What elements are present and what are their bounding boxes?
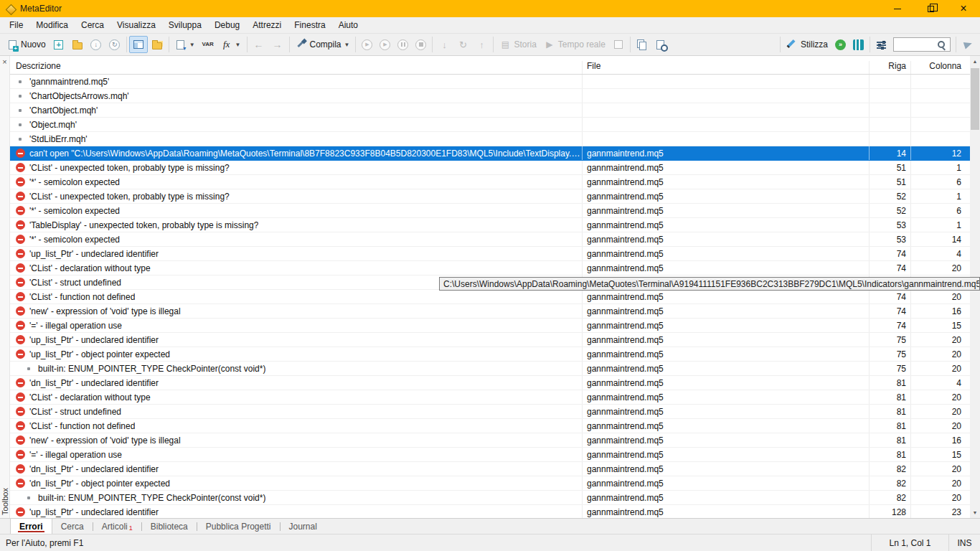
column-header-riga[interactable]: Riga bbox=[870, 61, 911, 74]
table-row[interactable]: built-in: ENUM_POINTER_TYPE CheckPointer… bbox=[10, 362, 970, 376]
restore-button[interactable] bbox=[914, 0, 947, 17]
insert-snippet-button[interactable]: ▼ bbox=[171, 36, 199, 53]
table-row[interactable]: 'new' - expression of 'void' type is ill… bbox=[10, 304, 970, 319]
history-button[interactable]: ▤ Storia bbox=[496, 36, 540, 53]
menu-attrezzi[interactable]: Attrezzi bbox=[246, 18, 288, 32]
save-button[interactable]: ↓ bbox=[87, 36, 105, 53]
step-over-button[interactable]: ↻ bbox=[453, 36, 472, 53]
table-row[interactable]: 'up_list_Ptr' - object pointer expected … bbox=[10, 347, 970, 362]
menu-visualizza[interactable]: Visualizza bbox=[110, 18, 162, 32]
new-item-button[interactable]: + bbox=[50, 36, 68, 53]
tab-pubblica-progetti[interactable]: Pubblica Progetti bbox=[197, 519, 280, 534]
debug-restart-button[interactable]: ▶ bbox=[376, 36, 394, 53]
history-icon: ▤ bbox=[499, 39, 511, 50]
menu-file[interactable]: File bbox=[3, 18, 29, 32]
table-row[interactable]: 'CList' - function not defined gannmaint… bbox=[10, 419, 970, 433]
table-row[interactable]: 'CList' - function not defined gannmaint… bbox=[10, 290, 970, 304]
table-row[interactable]: 'dn_list_Ptr' - undeclared identifier ga… bbox=[10, 376, 970, 390]
debug-start-button[interactable]: ▶ bbox=[358, 36, 376, 53]
row-description: 'CList' - unexpected token, probably typ… bbox=[29, 192, 230, 202]
table-row[interactable]: 'CList' - declaration without type gannm… bbox=[10, 261, 970, 276]
menu-sviluppa[interactable]: Sviluppa bbox=[162, 18, 208, 32]
back-button[interactable]: ← bbox=[250, 36, 268, 53]
table-row[interactable]: '*' - semicolon expected gannmaintrend.m… bbox=[10, 175, 970, 189]
table-row[interactable]: 'up_list_Ptr' - undeclared identifier ga… bbox=[10, 505, 970, 518]
debug-pause-button[interactable] bbox=[394, 36, 412, 53]
row-description: 'up_list_Ptr' - undeclared identifier bbox=[29, 507, 159, 517]
algo-trading-button[interactable] bbox=[849, 36, 867, 53]
search-icon[interactable] bbox=[937, 40, 946, 50]
column-header-file[interactable]: File bbox=[583, 61, 870, 74]
table-row[interactable]: 'ChartObject.mqh' bbox=[10, 103, 970, 118]
var-button[interactable]: VAR bbox=[199, 36, 217, 53]
table-row[interactable]: 'up_list_Ptr' - undeclared identifier ga… bbox=[10, 247, 970, 261]
menu-aiuto[interactable]: Aiuto bbox=[332, 18, 364, 32]
tab-biblioteca[interactable]: Biblioteca bbox=[142, 519, 197, 534]
copy-button[interactable] bbox=[633, 36, 651, 53]
step-out-button[interactable]: ↑ bbox=[472, 36, 491, 53]
debug-stop-button[interactable] bbox=[412, 36, 430, 53]
tab-errori[interactable]: Errori bbox=[10, 519, 52, 534]
table-row[interactable]: 'ChartObjectsArrows.mqh' bbox=[10, 89, 970, 103]
menu-modifica[interactable]: Modifica bbox=[29, 18, 75, 32]
table-row[interactable]: built-in: ENUM_POINTER_TYPE CheckPointer… bbox=[10, 491, 970, 505]
scroll-down-button[interactable]: ▼ bbox=[970, 507, 980, 518]
profiler-button[interactable] bbox=[609, 36, 628, 53]
minimize-button[interactable] bbox=[881, 0, 914, 17]
row-status-icon bbox=[16, 177, 25, 187]
menu-finestra[interactable]: Finestra bbox=[288, 18, 331, 32]
scrollbar-thumb[interactable] bbox=[971, 68, 979, 130]
table-row[interactable]: '*' - semicolon expected gannmaintrend.m… bbox=[10, 232, 970, 247]
table-row[interactable]: 'CList' - unexpected token, probably typ… bbox=[10, 189, 970, 204]
play-circle-icon: ▶ bbox=[380, 39, 390, 50]
table-row[interactable]: 'Object.mqh' bbox=[10, 118, 970, 132]
toolbox-vertical-label[interactable]: Toolbox bbox=[1, 488, 9, 515]
table-row[interactable]: '=' - illegal operation use gannmaintren… bbox=[10, 448, 970, 462]
table-row[interactable]: 'new' - expression of 'void' type is ill… bbox=[10, 433, 970, 448]
tab-articoli[interactable]: Articoli 1 bbox=[93, 519, 141, 534]
navigator-toggle-button[interactable] bbox=[148, 36, 166, 53]
table-row[interactable]: 'CList' - struct undefined gannmaintrend… bbox=[10, 405, 970, 419]
table-row[interactable]: '=' - illegal operation use gannmaintren… bbox=[10, 319, 970, 333]
realtime-button[interactable]: ▶ Tempo reale bbox=[540, 36, 609, 53]
column-header-descrizione[interactable]: Descrizione bbox=[10, 61, 583, 74]
open-button[interactable] bbox=[68, 36, 87, 53]
fx-button[interactable]: fx ▼ bbox=[217, 36, 245, 53]
settings-button[interactable] bbox=[872, 36, 890, 53]
step-into-button[interactable]: ↓ bbox=[435, 36, 453, 53]
table-row[interactable]: 'dn_list_Ptr' - object pointer expected … bbox=[10, 476, 970, 491]
close-button[interactable]: × bbox=[947, 0, 980, 17]
menu-cerca[interactable]: Cerca bbox=[75, 18, 110, 32]
table-row[interactable]: '*' - semicolon expected gannmaintrend.m… bbox=[10, 204, 970, 218]
table-row[interactable]: 'CList' - declaration without type gannm… bbox=[10, 390, 970, 405]
table-row[interactable]: 'TableDisplay' - unexpected token, proba… bbox=[10, 218, 970, 232]
scroll-up-button[interactable]: ▲ bbox=[970, 56, 980, 67]
table-row[interactable]: 'StdLibErr.mqh' bbox=[10, 132, 970, 146]
table-row[interactable]: 'gannmaintrend.mq5' bbox=[10, 75, 970, 89]
search-input[interactable] bbox=[895, 39, 937, 50]
tab-journal[interactable]: Journal bbox=[281, 519, 326, 534]
step-out-icon: ↑ bbox=[476, 39, 487, 50]
table-row[interactable]: 'up_list_Ptr' - undeclared identifier ga… bbox=[10, 333, 970, 347]
forward-button[interactable]: → bbox=[268, 36, 287, 53]
new-button[interactable]: Nuovo bbox=[3, 36, 50, 53]
row-status-icon bbox=[19, 95, 22, 98]
search-in-files-button[interactable] bbox=[651, 36, 670, 53]
row-line: 74 bbox=[870, 290, 911, 303]
toolbar-separator bbox=[289, 37, 290, 52]
save-all-button[interactable]: ↻ bbox=[105, 36, 124, 53]
row-description: 'new' - expression of 'void' type is ill… bbox=[29, 306, 181, 316]
table-row[interactable]: 'CList' - unexpected token, probably typ… bbox=[10, 161, 970, 175]
mql5-community-button[interactable]: » bbox=[831, 36, 849, 53]
tab-cerca[interactable]: Cerca bbox=[52, 519, 93, 534]
row-status-icon bbox=[19, 138, 22, 141]
panel-close-button[interactable]: × bbox=[2, 57, 6, 66]
styler-button[interactable]: Stilizza bbox=[783, 36, 831, 53]
column-header-colonna[interactable]: Colonna bbox=[911, 61, 970, 74]
toolbox-toggle-button[interactable] bbox=[129, 36, 148, 53]
compile-button[interactable]: Compila ▼ bbox=[292, 36, 354, 53]
metaquotes-id-button[interactable] bbox=[958, 36, 977, 53]
menu-debug[interactable]: Debug bbox=[208, 18, 246, 32]
table-row[interactable]: 'dn_list_Ptr' - undeclared identifier ga… bbox=[10, 462, 970, 476]
table-row[interactable]: can't open "C:\Users\Windows\AppData\Roa… bbox=[10, 146, 970, 161]
